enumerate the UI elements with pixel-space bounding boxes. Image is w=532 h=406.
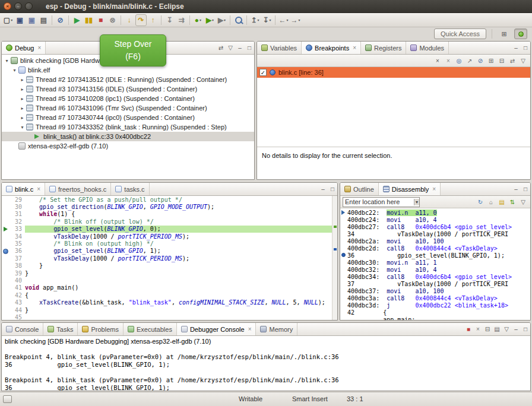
new-icon[interactable]: ▢▾ xyxy=(2,14,14,26)
show-source-icon[interactable]: ▤ xyxy=(497,196,506,207)
minimize-icon[interactable]: – xyxy=(511,324,521,335)
editor-ruler[interactable] xyxy=(2,269,10,277)
remove-breakpoint-icon[interactable]: × xyxy=(433,55,442,66)
editor-line[interactable]: 37 vTaskDelay(1000 / portTICK_PERIOD_MS)… xyxy=(2,255,332,262)
save-all-icon[interactable]: ▣ xyxy=(26,14,37,26)
expander-icon[interactable]: ▸ xyxy=(19,115,26,120)
editor-ruler[interactable] xyxy=(2,299,10,306)
disassembly-line[interactable]: 400dbc27: call8 0x400dc6b4 <gpio_set_lev… xyxy=(340,223,530,230)
terminate-icon[interactable]: ■ xyxy=(95,14,106,26)
editor-ruler[interactable] xyxy=(2,255,10,262)
show-breakpoints-supported-icon[interactable]: ◎ xyxy=(454,55,464,66)
expander-icon[interactable]: ▸ xyxy=(19,77,26,83)
view-menu-icon[interactable]: ▽ xyxy=(518,196,528,207)
display-selected-console-icon[interactable]: ▤ xyxy=(492,324,502,335)
quick-access-button[interactable]: Quick Access xyxy=(434,28,486,39)
editor-ruler[interactable] xyxy=(2,277,10,284)
expander-icon[interactable]: ▾ xyxy=(4,58,10,64)
minimize-icon[interactable]: – xyxy=(511,184,521,195)
view-menu-icon[interactable]: ▽ xyxy=(502,324,511,335)
tab-executables[interactable]: Executables xyxy=(124,323,177,335)
terminate-icon[interactable]: ■ xyxy=(464,324,473,335)
editor-ruler[interactable] xyxy=(2,203,10,210)
editor-ruler[interactable] xyxy=(2,218,10,225)
tab-outline[interactable]: Outline xyxy=(340,183,379,195)
disconnect-icon[interactable]: ⊗ xyxy=(107,14,118,26)
view-menu-icon[interactable]: ▽ xyxy=(226,43,235,53)
expander-icon[interactable]: ▾ xyxy=(19,125,26,130)
disassembly-line[interactable]: 400dbc3a: call8 0x400844c4 <vTaskDelay> xyxy=(340,294,530,302)
skip-all-breakpoints-icon[interactable]: ⊘ xyxy=(476,55,485,66)
editor-line[interactable]: 40 xyxy=(2,277,332,284)
tree-item[interactable]: ▾Thread #9 1073433352 (blink_task : Runn… xyxy=(2,122,254,132)
window-maximize-button[interactable] xyxy=(25,2,33,10)
maximize-icon[interactable]: □ xyxy=(521,184,530,195)
collapse-all-icon[interactable]: ⊟ xyxy=(497,55,506,66)
refresh-icon[interactable]: ↻ xyxy=(476,196,485,207)
editor-ruler[interactable] xyxy=(2,284,10,291)
editor-ruler[interactable] xyxy=(2,226,10,233)
remove-launch-icon[interactable]: × xyxy=(473,324,483,335)
tree-item[interactable]: xtensa-esp32-elf-gdb (7.10) xyxy=(2,141,254,151)
link-with-debug-icon[interactable]: ⇄ xyxy=(508,55,517,66)
disassembly-line[interactable]: 400dbc37: movi a10, 100 xyxy=(340,287,530,294)
chevron-down-icon[interactable]: ▾ xyxy=(414,199,419,205)
drop-to-frame-icon[interactable]: ↧ xyxy=(164,14,175,26)
disassembly-line[interactable]: 400dbc2d: call8 0x400844c4 <vTaskDelay> xyxy=(340,245,530,252)
go-to-file-icon[interactable]: ↗ xyxy=(465,55,474,66)
editor-line[interactable]: 42{ xyxy=(2,291,332,299)
maximize-icon[interactable]: □ xyxy=(521,324,530,335)
editor-line[interactable]: 45 xyxy=(2,313,332,320)
tab-disassembly[interactable]: Disassembly× xyxy=(379,183,441,195)
disassembly-line[interactable]: 400dbc34: call8 0x400dc6b4 <gpio_set_lev… xyxy=(340,273,530,280)
editor-line[interactable]: 43 xTaskCreate(&blink_task, "blink_task"… xyxy=(2,299,332,306)
tree-item[interactable]: ▾blink.elf xyxy=(2,65,254,75)
minimize-icon[interactable]: – xyxy=(235,43,245,53)
editor-ruler[interactable] xyxy=(2,211,10,218)
location-combo[interactable]: Enter location here ▾ xyxy=(343,197,420,207)
editor-ruler[interactable] xyxy=(2,291,10,299)
print-icon[interactable]: ▤ xyxy=(38,14,49,26)
editor-line[interactable]: 33 gpio_set_level(BLINK_GPIO, 0); xyxy=(2,226,332,233)
breakpoint-checkbox[interactable]: ✓ xyxy=(259,69,267,76)
view-menu-icon[interactable]: ▽ xyxy=(518,55,528,66)
editor-ruler[interactable] xyxy=(2,262,10,269)
search-icon[interactable] xyxy=(233,14,244,26)
editor-line[interactable]: 32 /* Blink off (output low) */ xyxy=(2,218,332,225)
open-perspective-icon[interactable]: ⊞ xyxy=(498,28,511,39)
editor-ruler[interactable] xyxy=(2,233,10,240)
tab-tasks-c[interactable]: tasks.c xyxy=(111,183,149,195)
back-icon[interactable]: ←▾ xyxy=(278,14,289,26)
disassembly-line[interactable]: 34 vTaskDelay(1000 / portTICK_PERI xyxy=(340,230,530,237)
tab-debug[interactable]: Debug× xyxy=(2,42,46,54)
expand-all-icon[interactable]: ⊞ xyxy=(486,55,496,66)
tab-tasks[interactable]: Tasks xyxy=(43,323,78,335)
minimize-icon[interactable]: – xyxy=(318,184,328,195)
disassembly-line[interactable]: 400dbc24: movi a10, 4 xyxy=(340,216,530,223)
tab-variables[interactable]: Variables xyxy=(257,42,302,54)
close-icon[interactable]: × xyxy=(432,186,436,192)
tab-registers[interactable]: Registers xyxy=(361,42,406,54)
breakpoint-dot-icon[interactable] xyxy=(3,249,8,254)
code-editor[interactable]: 29 /* Set the GPIO as a push/pull output… xyxy=(2,196,332,320)
tab-breakpoints[interactable]: Breakpoints× xyxy=(302,42,361,54)
tab-memory[interactable]: Memory xyxy=(256,323,297,335)
editor-ruler[interactable] xyxy=(2,306,10,313)
overview-ruler[interactable] xyxy=(332,196,337,320)
tab-problems[interactable]: Problems xyxy=(78,323,123,335)
disassembly-line[interactable]: app_main: xyxy=(340,316,530,320)
editor-line[interactable]: 34 vTaskDelay(1000 / portTICK_PERIOD_MS)… xyxy=(2,233,332,240)
link-with-editor-icon[interactable]: ⇄ xyxy=(216,43,226,53)
tab-console[interactable]: Console xyxy=(2,323,43,335)
remove-all-breakpoints-icon[interactable]: × xyxy=(444,55,453,66)
step-over-icon[interactable]: ↷ xyxy=(135,14,147,26)
expander-icon[interactable]: ▾ xyxy=(11,68,18,73)
editor-line[interactable]: 30 gpio_set_direction(BLINK_GPIO, GPIO_M… xyxy=(2,203,332,210)
maximize-icon[interactable]: □ xyxy=(328,184,337,195)
clear-console-icon[interactable]: ⊟ xyxy=(483,324,492,335)
debug-perspective-button[interactable] xyxy=(514,28,527,39)
tab-modules[interactable]: Modules xyxy=(406,42,449,54)
disassembly-line[interactable]: 400dbc32: movi a10, 4 xyxy=(340,266,530,273)
next-annotation-icon[interactable]: ↧▾ xyxy=(261,14,273,26)
editor-ruler[interactable] xyxy=(2,248,10,255)
